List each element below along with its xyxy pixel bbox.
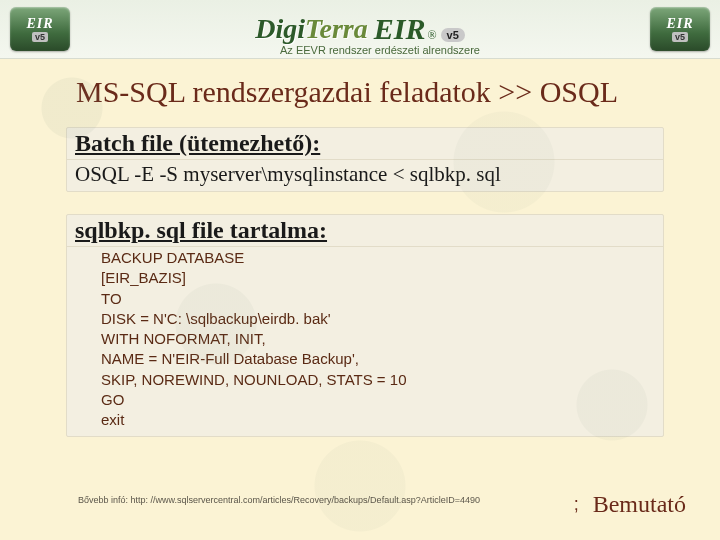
logo-small-version: v5 (32, 32, 48, 42)
pencil-icon: ; (574, 494, 579, 515)
box-command-line: OSQL -E -S myserver\mysqlinstance < sqlb… (67, 160, 663, 191)
logo-small-version: v5 (672, 32, 688, 42)
box-heading: Batch file (ütemezhető): (67, 128, 663, 160)
logo-small-right: EIR v5 (650, 7, 710, 51)
logo-small-left: EIR v5 (10, 7, 70, 51)
box-batch-file: Batch file (ütemezhető): OSQL -E -S myse… (66, 127, 664, 192)
box-sql-file: sqlbkp. sql file tartalma: BACKUP DATABA… (66, 214, 664, 437)
app-header: EIR v5 DigiTerra EIR ® v5 EIR v5 Az EEVR… (0, 0, 720, 59)
footer-right: ; Bemutató (574, 491, 686, 518)
sql-code-block: BACKUP DATABASE [EIR_BAZIS] TO DISK = N'… (67, 247, 663, 430)
logo-center-badge: EIR ® v5 (374, 12, 465, 46)
logo-center-wordmark: DigiTerra (255, 13, 368, 45)
header-subtitle: Az EEVR rendszer erdészeti alrendszere (280, 44, 480, 56)
box-heading: sqlbkp. sql file tartalma: (67, 215, 663, 247)
logo-small-text: EIR (666, 16, 693, 32)
logo-small-text: EIR (26, 16, 53, 32)
footer-reference: Bővebb infó: http: //www.sqlservercentra… (78, 495, 480, 505)
logo-center: DigiTerra EIR ® v5 (255, 12, 465, 46)
page-title: MS-SQL rendszergazdai feladatok >> OSQL (76, 75, 720, 109)
footer-label: Bemutató (593, 491, 686, 518)
